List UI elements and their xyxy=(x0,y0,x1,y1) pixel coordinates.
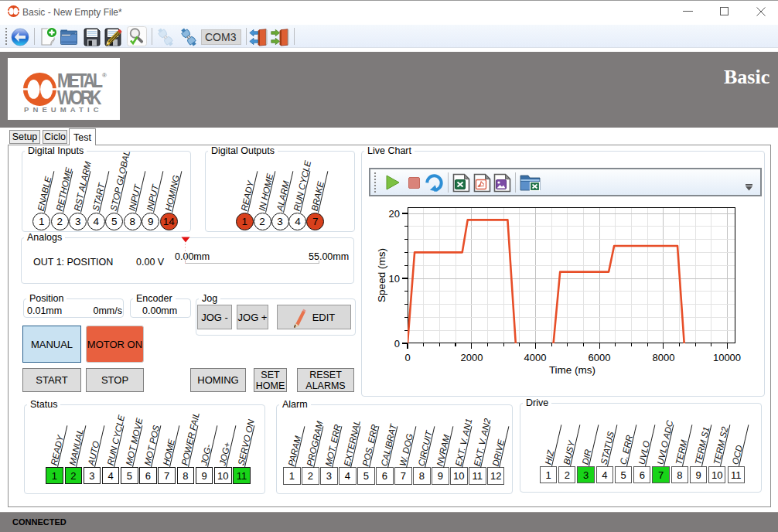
svg-text:PNEUMATIC: PNEUMATIC xyxy=(24,105,103,114)
svg-text:®: ® xyxy=(102,72,107,79)
